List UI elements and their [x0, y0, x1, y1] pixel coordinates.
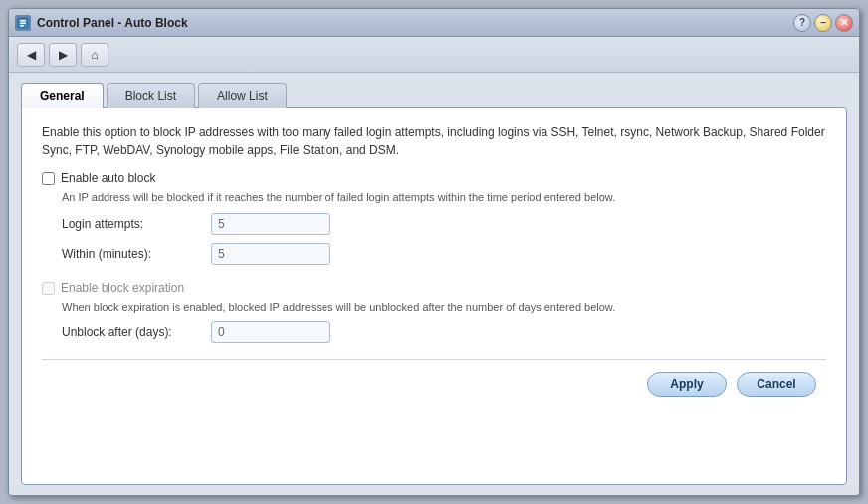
- tab-block-list[interactable]: Block List: [107, 83, 195, 108]
- enable-expiration-checkbox[interactable]: [42, 282, 55, 295]
- minimize-button[interactable]: –: [814, 14, 832, 32]
- enable-auto-block-row: Enable auto block: [42, 171, 826, 185]
- home-button[interactable]: ⌂: [81, 43, 108, 67]
- within-minutes-input[interactable]: [211, 243, 330, 265]
- footer: Apply Cancel: [42, 359, 826, 408]
- general-panel: Enable this option to block IP addresses…: [21, 107, 847, 485]
- within-minutes-row: Within (minutes):: [62, 243, 826, 265]
- svg-rect-1: [20, 20, 26, 22]
- svg-rect-2: [20, 22, 26, 24]
- expiration-hint: When block expiration is enabled, blocke…: [62, 301, 826, 313]
- tab-allow-list[interactable]: Allow List: [198, 83, 287, 108]
- cancel-button[interactable]: Cancel: [737, 372, 816, 397]
- enable-expiration-label: Enable block expiration: [61, 281, 184, 295]
- unblock-after-row: Unblock after (days):: [62, 321, 826, 343]
- tab-general[interactable]: General: [21, 83, 104, 108]
- svg-rect-3: [20, 25, 24, 27]
- login-attempts-label: Login attempts:: [62, 217, 201, 231]
- help-button[interactable]: ?: [793, 14, 811, 32]
- auto-block-hint: An IP address will be blocked if it reac…: [62, 191, 826, 203]
- toolbar: ◀ ▶ ⌂: [9, 37, 859, 73]
- title-bar: Control Panel - Auto Block ? – ✕: [9, 9, 859, 37]
- main-window: Control Panel - Auto Block ? – ✕ ◀ ▶ ⌂ G…: [8, 8, 860, 496]
- description-text: Enable this option to block IP addresses…: [42, 124, 826, 159]
- login-attempts-row: Login attempts:: [62, 213, 826, 235]
- back-button[interactable]: ◀: [17, 43, 45, 67]
- content-area: General Block List Allow List Enable thi…: [9, 73, 859, 495]
- window-title: Control Panel - Auto Block: [37, 16, 787, 30]
- tabs: General Block List Allow List: [21, 83, 847, 108]
- within-minutes-label: Within (minutes):: [62, 247, 201, 261]
- enable-auto-block-checkbox[interactable]: [42, 172, 55, 185]
- title-buttons: ? – ✕: [793, 14, 853, 32]
- apply-button[interactable]: Apply: [647, 372, 727, 397]
- enable-auto-block-label: Enable auto block: [61, 171, 155, 185]
- unblock-after-input[interactable]: [211, 321, 330, 343]
- unblock-after-label: Unblock after (days):: [62, 325, 201, 339]
- enable-expiration-row: Enable block expiration: [42, 281, 826, 295]
- window-icon: [15, 15, 31, 31]
- forward-button[interactable]: ▶: [49, 43, 77, 67]
- login-attempts-input[interactable]: [211, 213, 330, 235]
- close-button[interactable]: ✕: [835, 14, 853, 32]
